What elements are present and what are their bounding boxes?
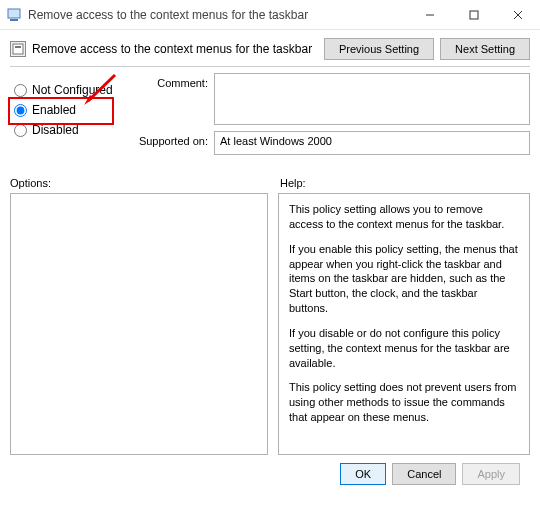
radio-not-configured-input[interactable] <box>14 84 27 97</box>
app-icon <box>6 7 22 23</box>
supported-on-label: Supported on: <box>130 131 208 147</box>
radio-enabled-label: Enabled <box>32 103 76 117</box>
radio-disabled-label: Disabled <box>32 123 79 137</box>
help-paragraph: If you disable or do not configure this … <box>289 326 519 371</box>
svg-rect-6 <box>13 44 23 54</box>
close-button[interactable] <box>496 0 540 29</box>
options-label: Options: <box>10 177 280 189</box>
radio-not-configured[interactable]: Not Configured <box>14 83 120 97</box>
svg-rect-0 <box>8 9 20 18</box>
previous-setting-button[interactable]: Previous Setting <box>324 38 434 60</box>
options-pane <box>10 193 268 455</box>
maximize-button[interactable] <box>452 0 496 29</box>
next-setting-button[interactable]: Next Setting <box>440 38 530 60</box>
minimize-button[interactable] <box>408 0 452 29</box>
help-pane: This policy setting allows you to remove… <box>278 193 530 455</box>
svg-rect-1 <box>10 19 18 21</box>
radio-disabled[interactable]: Disabled <box>14 123 120 137</box>
ok-button[interactable]: OK <box>340 463 386 485</box>
apply-button[interactable]: Apply <box>462 463 520 485</box>
radio-not-configured-label: Not Configured <box>32 83 113 97</box>
policy-icon <box>10 41 26 57</box>
svg-rect-3 <box>470 11 478 19</box>
help-paragraph: If you enable this policy setting, the m… <box>289 242 519 316</box>
svg-rect-7 <box>15 46 21 48</box>
help-paragraph: This policy setting allows you to remove… <box>289 202 519 232</box>
policy-title: Remove access to the context menus for t… <box>32 42 312 56</box>
comment-label: Comment: <box>130 73 208 89</box>
radio-enabled[interactable]: Enabled <box>14 103 120 117</box>
cancel-button[interactable]: Cancel <box>392 463 456 485</box>
supported-on-value: At least Windows 2000 <box>214 131 530 155</box>
window-title: Remove access to the context menus for t… <box>28 8 408 22</box>
help-paragraph: This policy setting does not prevent use… <box>289 380 519 425</box>
comment-input[interactable] <box>214 73 530 125</box>
radio-enabled-input[interactable] <box>14 104 27 117</box>
radio-disabled-input[interactable] <box>14 124 27 137</box>
help-label: Help: <box>280 177 306 189</box>
